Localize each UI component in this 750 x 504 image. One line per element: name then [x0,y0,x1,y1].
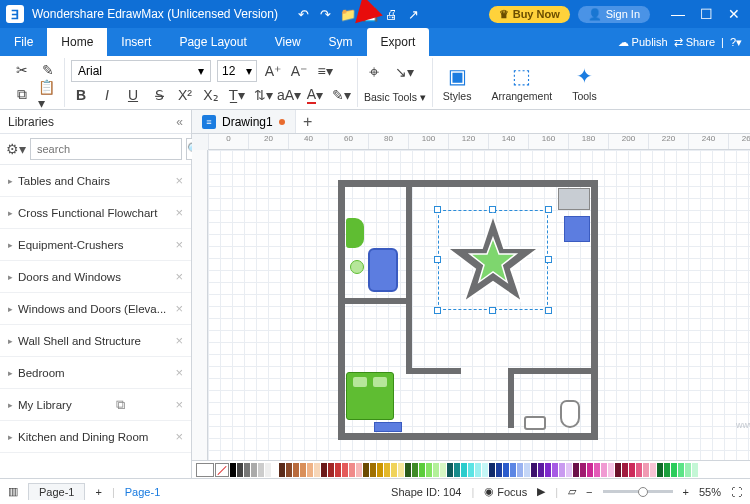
color-dropper-icon[interactable] [196,463,214,477]
color-swatch[interactable] [454,463,460,477]
color-swatch[interactable] [503,463,509,477]
italic-button[interactable]: I [97,85,117,105]
color-swatch[interactable] [489,463,495,477]
color-swatch[interactable] [230,463,236,477]
color-swatch[interactable] [433,463,439,477]
color-swatch[interactable] [629,463,635,477]
appliance-shape[interactable] [564,216,590,242]
color-swatch[interactable] [538,463,544,477]
color-swatch[interactable] [412,463,418,477]
menu-view[interactable]: View [261,28,315,56]
font-select[interactable]: Arial▾ [71,60,211,82]
color-swatch[interactable] [580,463,586,477]
maximize-button[interactable]: ☐ [696,6,716,22]
export-qat-icon[interactable]: ↗ [406,6,422,22]
close-library-icon[interactable]: × [175,301,183,316]
resize-handle[interactable] [434,206,441,213]
connector-tool-icon[interactable]: ↘▾ [394,62,414,82]
format-painter-icon[interactable]: ✎ [38,60,58,80]
collapse-sidebar-icon[interactable]: « [176,115,183,129]
color-swatch[interactable] [265,463,271,477]
star-shape[interactable] [443,210,543,310]
grow-font-icon[interactable]: A⁺ [263,61,283,81]
color-swatch[interactable] [517,463,523,477]
menu-export[interactable]: Export [367,28,430,56]
color-swatch[interactable] [384,463,390,477]
color-swatch[interactable] [251,463,257,477]
color-swatch[interactable] [552,463,558,477]
add-page-button[interactable]: + [95,486,101,498]
color-swatch[interactable] [321,463,327,477]
color-swatch[interactable] [391,463,397,477]
pointer-tool-icon[interactable]: ⌖ [364,62,384,82]
library-item[interactable]: ▸Windows and Doors (Eleva...× [0,293,191,325]
close-library-icon[interactable]: × [175,269,183,284]
color-swatch[interactable] [342,463,348,477]
color-swatch[interactable] [426,463,432,477]
cut-icon[interactable]: ✂ [12,60,32,80]
library-item[interactable]: ▸Tables and Chairs× [0,165,191,197]
print-icon[interactable]: 🖨 [384,6,400,22]
highlight-icon[interactable]: ✎▾ [331,85,351,105]
zoom-slider[interactable] [603,490,673,493]
color-swatch[interactable] [482,463,488,477]
color-swatch[interactable] [524,463,530,477]
underline-button[interactable]: U [123,85,143,105]
menu-insert[interactable]: Insert [107,28,165,56]
color-swatch[interactable] [405,463,411,477]
bold-button[interactable]: B [71,85,91,105]
color-swatch[interactable] [300,463,306,477]
line-spacing-icon[interactable]: ⇅▾ [253,85,273,105]
library-item[interactable]: ▸Equipment-Crushers× [0,229,191,261]
new-tab-button[interactable]: + [296,110,320,133]
arrangement-button[interactable]: ⬚Arrangement [481,58,562,107]
help-button[interactable]: ?▾ [730,36,742,49]
color-swatch[interactable] [363,463,369,477]
color-swatch[interactable] [601,463,607,477]
zoom-level[interactable]: 55% [699,486,721,498]
fit-window-icon[interactable]: ⛶ [731,486,742,498]
canvas[interactable] [208,150,750,460]
close-library-icon[interactable]: × [175,397,183,412]
color-swatch[interactable] [349,463,355,477]
library-item[interactable]: ▸Cross Functional Flowchart× [0,197,191,229]
close-library-icon[interactable]: × [175,173,183,188]
sign-in-button[interactable]: 👤Sign In [578,6,650,23]
toilet-shape[interactable] [560,400,580,428]
color-swatch[interactable] [622,463,628,477]
color-swatch[interactable] [237,463,243,477]
sofa-shape[interactable] [368,248,398,292]
paste-icon[interactable]: 📋▾ [38,85,58,105]
buy-now-button[interactable]: ♛Buy Now [489,6,570,23]
color-swatch[interactable] [335,463,341,477]
color-swatch[interactable] [657,463,663,477]
color-swatch[interactable] [573,463,579,477]
color-swatch[interactable] [531,463,537,477]
save-icon[interactable]: 💾 [362,6,378,22]
resize-handle[interactable] [545,307,552,314]
close-library-icon[interactable]: × [175,237,183,252]
bed-shape[interactable] [346,372,394,420]
share-button[interactable]: ⇄ Share [674,36,715,49]
color-swatch[interactable] [286,463,292,477]
focus-button[interactable]: ◉ Focus [484,485,527,498]
color-swatch[interactable] [678,463,684,477]
basic-tools-label[interactable]: Basic Tools ▾ [364,91,426,103]
redo-icon[interactable]: ↷ [318,6,334,22]
menu-home[interactable]: Home [47,28,107,56]
subscript-button[interactable]: X₂ [201,85,221,105]
page-tab[interactable]: Page-1 [28,483,85,500]
color-swatch[interactable] [559,463,565,477]
color-swatch[interactable] [370,463,376,477]
color-swatch[interactable] [461,463,467,477]
color-swatch[interactable] [356,463,362,477]
zoom-out-button[interactable]: − [586,486,592,498]
resize-handle[interactable] [434,307,441,314]
color-swatch[interactable] [587,463,593,477]
superscript-button[interactable]: X² [175,85,195,105]
color-swatch[interactable] [692,463,698,477]
ruler-horizontal[interactable]: 020406080100120140160180200220240260280 [208,134,750,150]
resize-handle[interactable] [434,256,441,263]
text-case-icon[interactable]: aA▾ [279,85,299,105]
document-tab[interactable]: ≡ Drawing1 [192,110,296,133]
